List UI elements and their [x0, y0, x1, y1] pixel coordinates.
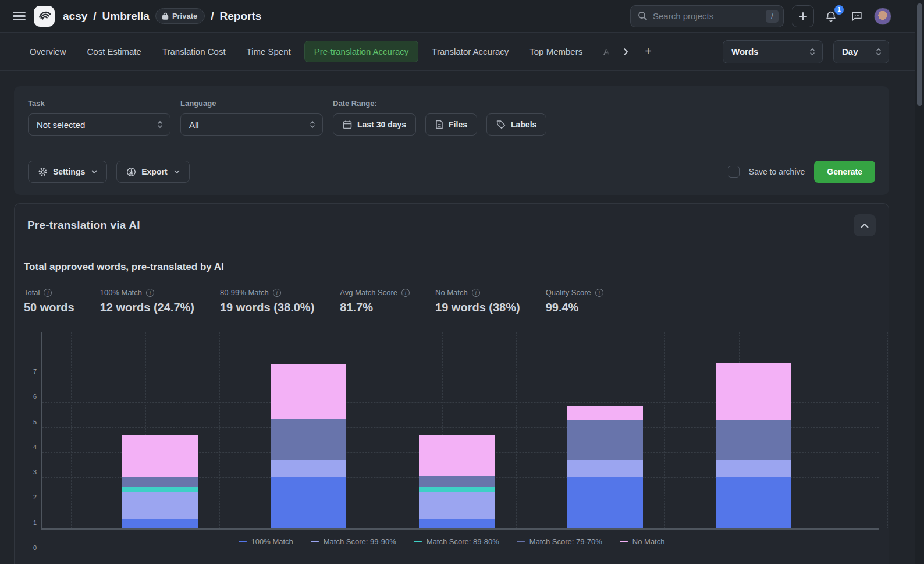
info-icon[interactable]: i — [595, 289, 603, 297]
bar-segment-match-score-79-70-[interactable] — [567, 420, 643, 460]
search-placeholder: Search projects — [653, 11, 760, 21]
stat-value: 19 words (38%) — [435, 301, 520, 314]
bar-segment-no-match[interactable] — [567, 406, 643, 420]
y-tick-label: 3 — [33, 469, 37, 476]
legend-item[interactable]: Match Score: 89-80% — [414, 535, 499, 548]
stacked-bar[interactable] — [122, 435, 198, 528]
legend-label: Match Score: 99-90% — [324, 537, 396, 546]
legend-color-dash — [414, 541, 422, 542]
chart-panel: Pre-translation via AI Total approved wo… — [14, 203, 889, 564]
info-icon[interactable]: i — [44, 289, 52, 297]
stats-row: Totali 50 words 100% Matchi 12 words (24… — [24, 288, 879, 314]
bar-segment-match-score-99-90-[interactable] — [419, 492, 495, 518]
bar-segment-match-score-89-80-[interactable] — [419, 487, 495, 492]
stat-value: 50 words — [24, 301, 74, 314]
tab-pre-translation-accuracy[interactable]: Pre-translation Accuracy — [304, 41, 419, 62]
file-icon — [435, 120, 443, 129]
avatar[interactable] — [874, 8, 891, 25]
stacked-bar[interactable] — [419, 435, 495, 528]
create-project-button[interactable] — [792, 5, 814, 27]
bar-segment-no-match[interactable] — [271, 364, 346, 419]
date-range-button[interactable]: Last 30 days — [333, 113, 416, 136]
add-report-tab-button[interactable]: + — [639, 41, 658, 62]
stacked-bar-chart: 01234567 100% MatchMatch Score: 99-90%Ma… — [24, 332, 879, 548]
stat-100-match: 100% Matchi 12 words (24.7%) — [100, 288, 194, 314]
legend-label: Match Score: 79-70% — [529, 537, 602, 546]
messages-button[interactable] — [848, 8, 866, 25]
bar-segment-no-match[interactable] — [122, 435, 198, 477]
legend-item[interactable]: 100% Match — [239, 535, 293, 548]
legend-item[interactable]: No Match — [620, 535, 665, 548]
info-icon[interactable]: i — [472, 289, 480, 297]
tab-cost-estimate[interactable]: Cost Estimate — [80, 41, 149, 62]
tab-translation-cost[interactable]: Translation Cost — [155, 41, 233, 62]
gridline — [516, 332, 517, 528]
bar-segment-match-score-99-90-[interactable] — [716, 460, 791, 477]
legend-color-dash — [239, 541, 247, 542]
stat-quality-score: Quality Scorei 99.4% — [546, 288, 603, 314]
bar-segment-match-score-99-90-[interactable] — [271, 460, 346, 477]
stat-80-99-match: 80-99% Matchi 19 words (38.0%) — [220, 288, 314, 314]
report-unit-select[interactable]: Words — [723, 40, 823, 63]
y-tick-label: 7 — [33, 368, 37, 375]
info-icon[interactable]: i — [273, 289, 281, 297]
menu-icon[interactable] — [13, 12, 26, 21]
bar-segment-match-score-79-70-[interactable] — [419, 476, 495, 487]
stacked-bar[interactable] — [567, 406, 643, 528]
tab-time-spent[interactable]: Time Spent — [239, 41, 298, 62]
stat-avg-match-score: Avg Match Scorei 81.7% — [340, 288, 410, 314]
collapse-panel-button[interactable] — [854, 214, 876, 236]
info-icon[interactable]: i — [146, 289, 154, 297]
legend-item[interactable]: Match Score: 99-90% — [311, 535, 396, 548]
bar-segment-match-score-99-90-[interactable] — [122, 492, 198, 518]
chevron-right-icon — [621, 48, 630, 56]
stacked-bar[interactable] — [271, 363, 346, 528]
stat-value: 81.7% — [340, 301, 410, 314]
language-select[interactable]: All — [180, 113, 323, 136]
tabs-scroll-right-button[interactable] — [618, 44, 633, 59]
stat-value: 99.4% — [546, 301, 603, 314]
bar-segment-match-score-79-70-[interactable] — [271, 419, 346, 460]
save-to-archive-checkbox[interactable] — [728, 166, 740, 178]
calendar-icon — [343, 120, 352, 129]
breadcrumb-org[interactable]: acsy — [63, 10, 87, 23]
search-input[interactable]: Search projects / — [630, 5, 784, 27]
legend-color-dash — [311, 541, 319, 542]
tab-translator-accuracy[interactable]: Translator Accuracy — [424, 41, 516, 62]
stat-value: 12 words (24.7%) — [100, 301, 194, 314]
save-to-archive-label: Save to archive — [749, 167, 805, 176]
bar-segment-100-match[interactable] — [567, 477, 643, 528]
app-logo[interactable] — [34, 6, 55, 27]
legend-label: Match Score: 89-80% — [427, 537, 499, 546]
bar-segment-100-match[interactable] — [716, 477, 791, 528]
task-select[interactable]: Not selected — [28, 113, 170, 136]
export-button[interactable]: Export — [116, 161, 189, 183]
settings-button[interactable]: Settings — [28, 161, 107, 183]
bar-segment-100-match[interactable] — [271, 477, 346, 528]
bar-segment-match-score-79-70-[interactable] — [122, 477, 198, 487]
info-icon[interactable]: i — [401, 289, 410, 297]
report-granularity-select[interactable]: Day — [833, 40, 889, 63]
updown-icon — [876, 48, 882, 56]
updown-icon — [157, 120, 163, 129]
bar-segment-match-score-99-90-[interactable] — [567, 460, 643, 477]
legend-item[interactable]: Match Score: 79-70% — [517, 535, 602, 548]
gear-icon — [38, 167, 48, 177]
tab-archives-truncated[interactable]: Ar — [596, 41, 612, 62]
page-scrollbar[interactable] — [915, 0, 924, 564]
generate-button[interactable]: Generate — [814, 161, 875, 183]
bar-segment-match-score-89-80-[interactable] — [122, 487, 198, 492]
bar-segment-100-match[interactable] — [122, 519, 198, 528]
stacked-bar[interactable] — [716, 363, 791, 528]
labels-filter-button[interactable]: Labels — [486, 113, 546, 136]
scrollbar-thumb[interactable] — [917, 3, 922, 106]
breadcrumb-project[interactable]: Umbrella — [102, 10, 150, 23]
bar-segment-no-match[interactable] — [716, 363, 791, 420]
files-filter-button[interactable]: Files — [425, 113, 477, 136]
bar-segment-no-match[interactable] — [419, 435, 495, 476]
notifications-button[interactable]: 1 — [822, 8, 840, 25]
bar-segment-100-match[interactable] — [419, 519, 495, 528]
bar-segment-match-score-79-70-[interactable] — [716, 420, 791, 460]
tab-overview[interactable]: Overview — [22, 41, 74, 62]
tab-top-members[interactable]: Top Members — [522, 41, 590, 62]
